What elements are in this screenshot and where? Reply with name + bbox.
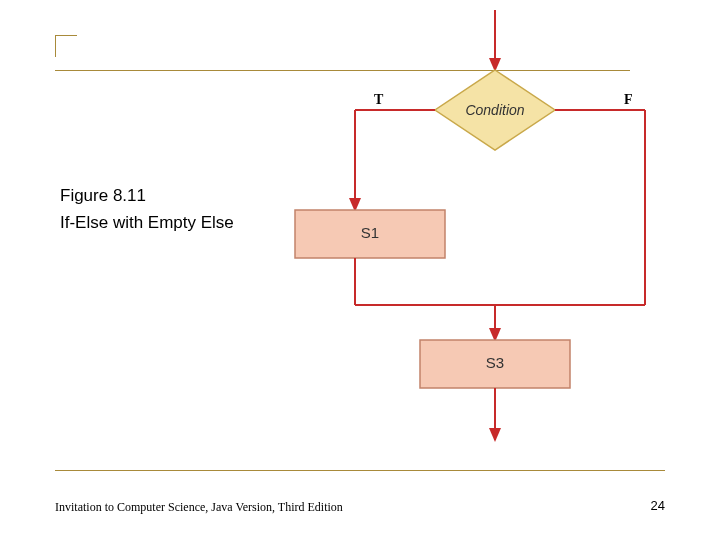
- box-s1: S1: [295, 210, 445, 258]
- bottom-rule: [55, 470, 665, 471]
- false-label: F: [624, 92, 633, 108]
- s1-text: S1: [361, 224, 379, 241]
- top-rule: [55, 70, 630, 71]
- flowchart-diagram: Condition S1 S3: [275, 10, 675, 458]
- svg-marker-1: [435, 70, 555, 150]
- true-label: T: [374, 92, 383, 108]
- s3-text: S3: [486, 354, 504, 371]
- page-number: 24: [651, 498, 665, 513]
- svg-rect-3: [420, 340, 570, 388]
- svg-rect-2: [295, 210, 445, 258]
- box-s3: S3: [420, 340, 570, 388]
- condition-diamond: Condition: [435, 70, 555, 150]
- corner-tick: [55, 35, 77, 57]
- slide: Figure 8.11 If-Else with Empty Else T F …: [0, 0, 720, 540]
- figure-number: Figure 8.11: [60, 182, 234, 209]
- figure-title: If-Else with Empty Else: [60, 209, 234, 236]
- condition-text: Condition: [465, 102, 524, 118]
- figure-caption: Figure 8.11 If-Else with Empty Else: [60, 182, 234, 236]
- footer-text: Invitation to Computer Science, Java Ver…: [55, 500, 343, 515]
